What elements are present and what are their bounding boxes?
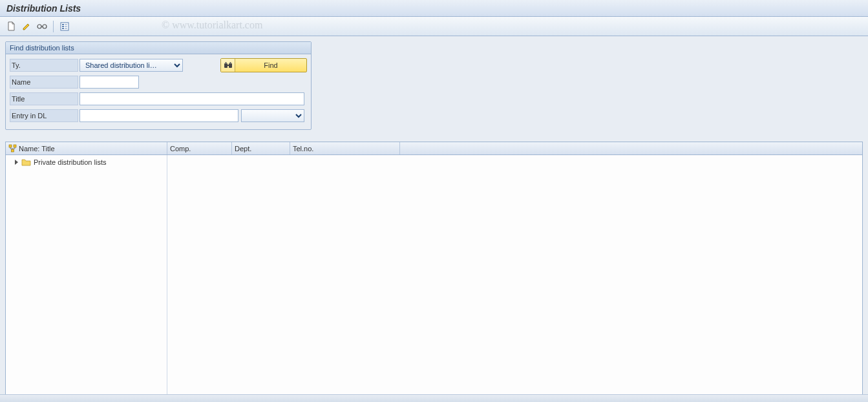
results-empty-area [167, 155, 862, 397]
toolbar-separator [53, 21, 54, 32]
svg-rect-15 [14, 145, 16, 147]
display-button[interactable] [35, 19, 49, 34]
find-panel: Find distribution lists Ty. Shared distr… [5, 41, 312, 130]
type-label: Ty. [10, 59, 78, 72]
pencil-icon [22, 22, 31, 31]
svg-point-1 [43, 25, 47, 28]
title-bar: Distribution Lists [0, 0, 868, 17]
find-button-label: Find [235, 61, 306, 69]
name-input[interactable] [79, 76, 139, 89]
edit-button[interactable] [19, 19, 34, 34]
tree-node-private-dl[interactable]: Private distribution lists [6, 158, 167, 167]
expand-arrow-icon [15, 160, 18, 165]
svg-rect-6 [65, 24, 67, 25]
svg-rect-4 [62, 26, 64, 27]
glasses-icon [36, 23, 48, 30]
svg-rect-12 [225, 62, 226, 64]
col-comp[interactable]: Comp. [167, 142, 232, 154]
find-button[interactable]: Find [220, 58, 307, 72]
list-icon [60, 22, 69, 31]
type-select[interactable]: Shared distribution li… [79, 59, 183, 72]
svg-rect-14 [9, 145, 12, 147]
watermark-text: © www.tutorialkart.com [162, 19, 262, 31]
entry-label: Entry in DL [10, 109, 78, 122]
col-dept[interactable]: Dept. [232, 142, 290, 154]
svg-rect-11 [227, 65, 229, 66]
status-bar [0, 394, 868, 402]
svg-rect-13 [229, 62, 231, 64]
document-icon [7, 21, 16, 31]
folder-icon [21, 158, 31, 166]
title-label: Title [10, 92, 78, 105]
svg-rect-16 [12, 149, 14, 152]
col-tel[interactable]: Tel.no. [290, 142, 400, 154]
col-name-title[interactable]: Name: Title [6, 142, 167, 154]
svg-rect-3 [62, 24, 64, 25]
app-toolbar: © www.tutorialkart.com [0, 17, 868, 36]
name-label: Name [10, 76, 78, 89]
binoculars-icon [221, 59, 235, 72]
entry-input[interactable] [79, 109, 238, 122]
create-button[interactable] [4, 19, 18, 34]
svg-rect-5 [62, 28, 64, 29]
find-panel-title: Find distribution lists [6, 42, 311, 54]
table-header: Name: Title Comp. Dept. Tel.no. [6, 142, 862, 155]
col-rest [400, 142, 862, 154]
title-input[interactable] [79, 92, 304, 105]
hierarchy-icon [8, 144, 17, 153]
tree-node-label: Private distribution lists [34, 158, 107, 166]
list-button[interactable] [58, 19, 72, 34]
svg-rect-8 [65, 28, 67, 29]
tree-column: Private distribution lists [6, 155, 167, 397]
page-title: Distribution Lists [6, 3, 81, 14]
svg-point-0 [37, 25, 41, 28]
results-panel: Name: Title Comp. Dept. Tel.no. Private … [5, 142, 863, 397]
svg-rect-7 [65, 26, 67, 27]
entry-select[interactable] [241, 109, 304, 122]
